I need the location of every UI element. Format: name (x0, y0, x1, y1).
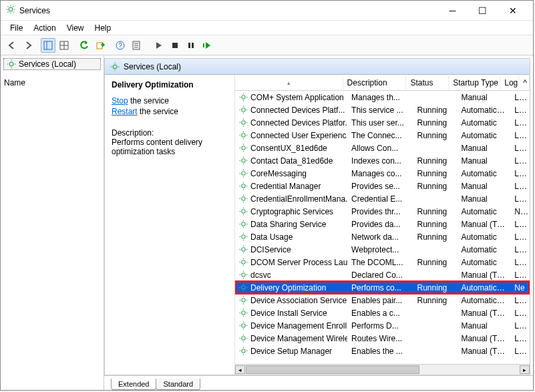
cell-log: Loc (510, 106, 530, 115)
svg-point-70 (242, 184, 245, 188)
cell-desc: Indexes con... (347, 156, 413, 166)
cell-name: Connected Devices Platf... (235, 106, 347, 115)
service-row[interactable]: Device Association ServiceEnables pair..… (235, 294, 530, 307)
cell-type: Automatic (... (457, 283, 510, 292)
forward-button[interactable] (21, 38, 35, 53)
close-button[interactable]: ✕ (498, 1, 528, 20)
refresh-button[interactable] (77, 38, 92, 53)
cell-desc: Allows Con... (347, 144, 413, 153)
svg-line-6 (13, 12, 14, 13)
cell-name: COM+ System Application (235, 93, 347, 102)
properties-button[interactable] (129, 38, 144, 53)
cell-name: CredentialEnrollmentMana... (235, 194, 347, 204)
service-row[interactable]: Connected Devices Platfor...This user se… (235, 116, 530, 129)
back-button[interactable] (5, 38, 19, 53)
cell-desc: Enables pair... (347, 296, 413, 305)
start-service-button[interactable] (152, 38, 166, 53)
svg-point-130 (242, 337, 245, 340)
col-status[interactable]: Status (406, 76, 449, 89)
service-row[interactable]: Delivery OptimizationPerforms co...Runni… (235, 281, 530, 294)
cell-name: DCOM Server Process Laun... (235, 258, 347, 267)
tab-extended[interactable]: Extended (111, 379, 156, 390)
pane-header: Services (Local) (105, 59, 530, 75)
menu-file[interactable]: File (5, 22, 28, 34)
scroll-left-button[interactable]: ◂ (235, 365, 245, 374)
stop-link[interactable]: Stop (112, 96, 128, 106)
svg-point-90 (242, 235, 245, 238)
cell-status: Running (413, 118, 458, 128)
rows-container[interactable]: COM+ System ApplicationManages th...Manu… (235, 91, 530, 364)
cell-name: Contact Data_81ed6de (235, 156, 347, 166)
cell-status: Running (413, 220, 458, 229)
service-row[interactable]: DCIServiceWebprotect...AutomaticLoc (235, 243, 530, 256)
col-startup[interactable]: Startup Type (449, 76, 500, 89)
maximize-button[interactable]: ☐ (468, 1, 498, 20)
cell-log: Loc (510, 258, 530, 267)
cell-desc: Provides thr... (347, 207, 413, 216)
service-row[interactable]: DCOM Server Process Laun...The DCOML...R… (235, 256, 530, 268)
cell-log: Loc (510, 194, 530, 204)
right-pane: Services (Local) Delivery Optimization S… (104, 58, 530, 375)
pause-service-button[interactable] (184, 38, 198, 53)
service-row[interactable]: CredentialEnrollmentMana...Credential E.… (235, 192, 530, 205)
service-row[interactable]: dcsvcDeclared Co...Manual (Trig...Loc (235, 268, 530, 281)
cell-type: Automatic (... (457, 106, 510, 115)
svg-rect-14 (97, 43, 102, 49)
menu-action[interactable]: Action (28, 22, 61, 34)
stop-service-button[interactable] (168, 38, 182, 53)
cell-name: Device Association Service (235, 296, 347, 305)
service-row[interactable]: CoreMessagingManages co...RunningAutomat… (235, 167, 530, 180)
tree-root-services[interactable]: Services (Local) (3, 58, 101, 70)
service-row[interactable]: Contact Data_81ed6deIndexes con...Runnin… (235, 154, 530, 167)
cell-log: Loc (510, 347, 530, 356)
export-button[interactable] (93, 38, 108, 53)
cell-desc: Routes Wire... (347, 334, 413, 343)
service-row[interactable]: ConsentUX_81ed6deAllows Con...ManualLoc (235, 142, 530, 154)
scroll-thumb[interactable] (246, 365, 419, 374)
menu-view[interactable]: View (61, 22, 90, 34)
svg-point-135 (242, 349, 245, 353)
menu-help[interactable]: Help (90, 22, 117, 34)
service-row[interactable]: Device Management Enroll...Performs D...… (235, 319, 530, 332)
service-row[interactable]: Cryptographic ServicesProvides thr...Run… (235, 205, 530, 218)
service-row[interactable]: Device Install ServiceEnables a c...Manu… (235, 307, 530, 319)
svg-line-7 (7, 12, 8, 13)
cell-name: Connected User Experienc... (235, 131, 347, 140)
pane-title: Services (Local) (124, 62, 181, 71)
restart-link[interactable]: Restart (112, 107, 138, 116)
svg-point-110 (242, 286, 245, 289)
minimize-button[interactable]: ─ (437, 1, 468, 20)
restart-service-button[interactable] (200, 38, 214, 53)
cell-type: Automatic (457, 131, 510, 140)
grid-button[interactable] (57, 38, 71, 53)
help-button[interactable]: ? (113, 38, 128, 53)
toolbar: ? (1, 35, 533, 55)
horizontal-scrollbar[interactable]: ◂ ▸ (235, 364, 530, 375)
cell-name: Device Setup Manager (235, 347, 347, 356)
cell-name: DCIService (235, 245, 347, 254)
cell-log: Loc (510, 309, 530, 318)
col-description[interactable]: Description (343, 76, 407, 89)
service-row[interactable]: Device Management Wirele...Routes Wire..… (235, 332, 530, 345)
tab-standard[interactable]: Standard (156, 379, 200, 390)
service-row[interactable]: Credential ManagerProvides se...RunningM… (235, 180, 530, 192)
svg-text:?: ? (118, 42, 122, 49)
cell-log: Loc (510, 118, 530, 128)
cell-type: Manual (Trig... (457, 270, 510, 280)
service-row[interactable]: Data Sharing ServiceProvides da...Runnin… (235, 218, 530, 230)
show-hide-tree-button[interactable] (41, 38, 55, 53)
svg-point-85 (242, 222, 245, 226)
service-row[interactable]: Device Setup ManagerEnables the ...Manua… (235, 345, 530, 357)
service-row[interactable]: COM+ System ApplicationManages th...Manu… (235, 91, 530, 104)
scroll-right-button[interactable]: ▸ (520, 365, 530, 374)
col-logon[interactable]: Log (500, 76, 519, 89)
cell-desc: The DCOML... (347, 258, 413, 267)
service-row[interactable]: Connected User Experienc...The Connec...… (235, 129, 530, 142)
cell-name: Device Management Wirele... (235, 334, 347, 343)
scroll-up-button[interactable]: ^ (519, 76, 530, 89)
service-row[interactable]: Data UsageNetwork da...RunningAutomaticL… (235, 230, 530, 243)
detail-pane: Delivery Optimization Stop the service R… (105, 75, 235, 375)
col-name[interactable]: Name ▴ (235, 77, 343, 88)
cell-name: Device Management Enroll... (235, 321, 347, 331)
service-row[interactable]: Connected Devices Platf...This service .… (235, 104, 530, 116)
